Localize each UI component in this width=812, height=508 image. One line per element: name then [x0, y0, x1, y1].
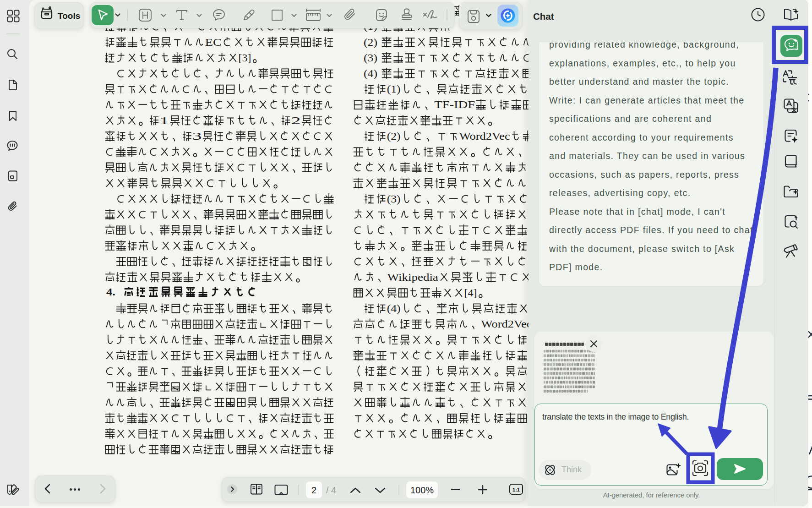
svg-text:Wikipedia: Wikipedia	[387, 272, 438, 283]
svg-text:(3): (3)	[387, 193, 401, 205]
svg-text:TF-IDF: TF-IDF	[434, 99, 475, 110]
svg-text:[4]: [4]	[464, 287, 477, 299]
svg-text:1:1: 1:1	[512, 487, 520, 492]
svg-text:2: 2	[291, 115, 300, 126]
svg-text:(4): (4)	[387, 303, 401, 314]
svg-text:1: 1	[159, 115, 169, 126]
svg-text:Word2Vec: Word2Vec	[459, 131, 510, 142]
svg-text:3: 3	[192, 131, 202, 142]
svg-text:(1): (1)	[387, 83, 401, 95]
svg-text:EC: EC	[205, 37, 222, 48]
svg-text:(3): (3)	[364, 52, 377, 64]
svg-text:4.: 4.	[106, 286, 115, 298]
svg-text:Word2Vec: Word2Vec	[481, 318, 532, 330]
svg-text:(4): (4)	[364, 68, 377, 79]
svg-text:(2): (2)	[364, 37, 377, 48]
svg-text:[3]: [3]	[238, 52, 251, 64]
svg-text:(2): (2)	[387, 131, 401, 142]
